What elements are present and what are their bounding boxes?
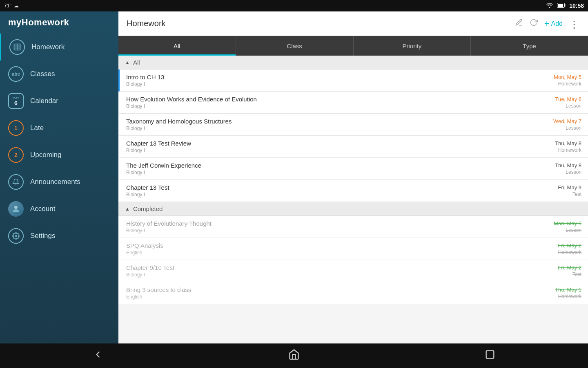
hw-subject: Biology I: [126, 81, 164, 87]
edit-icon[interactable]: [515, 18, 523, 29]
weather-icon: ☁: [14, 3, 19, 9]
status-right: 10:58: [546, 2, 584, 9]
recent-button[interactable]: [484, 349, 496, 363]
sidebar-homework-label: Homework: [31, 43, 65, 51]
tab-all[interactable]: All: [118, 36, 236, 56]
table-row[interactable]: The Jeff Corwin Experience Biology I Thu…: [118, 158, 588, 180]
chevron-up-icon: ▲: [125, 60, 130, 65]
add-button[interactable]: + Add: [544, 18, 563, 29]
hw-subject: Biology I: [126, 103, 257, 109]
table-row[interactable]: How Evolution Works and Evidence of Evol…: [118, 92, 588, 114]
sidebar-item-classes[interactable]: abc Classes: [0, 61, 118, 88]
hw-date: Wed, May 7: [553, 118, 581, 124]
hw-title: Bring 3 sources to class: [126, 286, 191, 293]
sidebar-settings-label: Settings: [30, 232, 55, 240]
section-header-all[interactable]: ▲ All: [118, 56, 588, 70]
hw-subject: Biology I: [126, 170, 201, 175]
battery-icon: [557, 3, 566, 9]
chevron-up-icon: ▲: [125, 206, 130, 212]
hw-type: Homework: [558, 249, 581, 255]
table-row[interactable]: Chapter 13 Test Review Biology I Thu, Ma…: [118, 136, 588, 158]
table-row[interactable]: Chapter 9/10 Test Biology I Fri, May 2 T…: [118, 260, 588, 282]
sidebar-late-label: Late: [30, 124, 44, 132]
sidebar-calendar-label: Calendar: [30, 97, 58, 105]
time: 10:58: [569, 2, 584, 9]
sidebar-item-account[interactable]: Account: [0, 195, 118, 222]
sidebar-item-late[interactable]: 1 Late: [0, 114, 118, 141]
hw-title: How Evolution Works and Evidence of Evol…: [126, 96, 257, 103]
hw-subject: English: [126, 250, 163, 256]
svg-rect-1: [558, 4, 563, 7]
section-all-label: All: [133, 59, 140, 66]
sidebar-item-homework[interactable]: Homework: [0, 34, 118, 61]
sidebar-item-settings[interactable]: Settings: [0, 222, 118, 249]
tab-priority[interactable]: Priority: [354, 36, 471, 56]
add-icon: +: [544, 18, 550, 29]
hw-title: The Jeff Corwin Experience: [126, 162, 201, 169]
hw-type: Lesson: [566, 103, 581, 109]
hw-title: Taxonomy and Homologous Structures: [126, 118, 232, 125]
temperature: 71°: [4, 3, 11, 9]
hw-title: Chapter 9/10 Test: [126, 264, 174, 271]
hw-title: Chapter 13 Test Review: [126, 140, 191, 147]
status-bar: 71° ☁ 10:58: [0, 0, 588, 11]
hw-subject: Biology I: [126, 272, 174, 278]
sidebar-item-announcements[interactable]: Announcements: [0, 168, 118, 195]
table-row[interactable]: Bring 3 sources to class English Thu, Ma…: [118, 282, 588, 304]
hw-subject: Biology I: [126, 228, 212, 233]
hw-date: Thu, May 8: [555, 162, 581, 168]
sidebar-item-upcoming[interactable]: 2 Upcoming: [0, 141, 118, 168]
tab-type[interactable]: Type: [471, 36, 588, 56]
sidebar-item-calendar[interactable]: May 6 Calendar: [0, 88, 118, 114]
sidebar: myHomework Homework abc Classes May 6 Ca…: [0, 11, 118, 343]
content-area: ▲ All Intro to CH 13 Biology I Mon, May …: [118, 56, 588, 343]
sidebar-classes-label: Classes: [30, 70, 55, 78]
hw-subject: Biology I: [126, 192, 169, 197]
hw-type: Test: [572, 272, 581, 277]
hw-date: Thu, May 8: [555, 140, 581, 146]
hw-type: Homework: [558, 81, 581, 87]
refresh-icon[interactable]: [530, 18, 538, 29]
sidebar-announcements-label: Announcements: [30, 178, 80, 186]
tab-class[interactable]: Class: [236, 36, 354, 56]
svg-point-6: [14, 206, 18, 209]
add-label: Add: [551, 20, 563, 27]
table-row[interactable]: SPQ Analysis English Fri, May 2 Homework: [118, 238, 588, 260]
page-title: Homework: [127, 19, 166, 28]
back-button[interactable]: [92, 349, 104, 363]
announcements-icon: [8, 174, 24, 190]
hw-type: Lesson: [566, 169, 581, 175]
avatar: [8, 201, 24, 217]
header-actions: + Add ⋮: [515, 18, 580, 29]
hw-title: SPQ Analysis: [126, 242, 163, 249]
table-row[interactable]: History of Evolutionary Thought Biology …: [118, 216, 588, 238]
hw-date: Mon, May 5: [554, 220, 581, 227]
hw-type: Lesson: [566, 227, 581, 233]
hw-type: Homework: [558, 147, 581, 153]
late-icon: 1: [8, 120, 24, 136]
homework-icon: [9, 39, 25, 55]
hw-type: Test: [572, 191, 581, 197]
sidebar-account-label: Account: [30, 205, 55, 213]
hw-type: Lesson: [566, 125, 581, 131]
app-name: myHomework: [0, 11, 118, 34]
hw-date: Fri, May 2: [558, 242, 581, 249]
section-header-completed[interactable]: ▲ Completed: [118, 202, 588, 216]
table-row[interactable]: Chapter 13 Test Biology I Fri, May 9 Tes…: [118, 180, 588, 202]
hw-title: History of Evolutionary Thought: [126, 220, 212, 227]
hw-date: Fri, May 2: [558, 265, 581, 271]
home-button[interactable]: [288, 349, 300, 363]
more-button[interactable]: ⋮: [569, 19, 580, 29]
hw-title: Intro to CH 13: [126, 74, 164, 81]
table-row[interactable]: Taxonomy and Homologous Structures Biolo…: [118, 114, 588, 136]
main-content: Homework + Add ⋮: [118, 11, 588, 343]
section-completed-label: Completed: [133, 205, 163, 212]
main-header: Homework + Add ⋮: [118, 11, 588, 36]
sidebar-upcoming-label: Upcoming: [30, 151, 62, 159]
table-row[interactable]: Intro to CH 13 Biology I Mon, May 5 Home…: [118, 70, 588, 92]
calendar-day: 6: [14, 100, 18, 106]
settings-icon: [8, 228, 24, 244]
hw-subject: Biology I: [126, 148, 191, 153]
hw-subject: English: [126, 294, 191, 300]
tabs: All Class Priority Type: [118, 36, 588, 56]
